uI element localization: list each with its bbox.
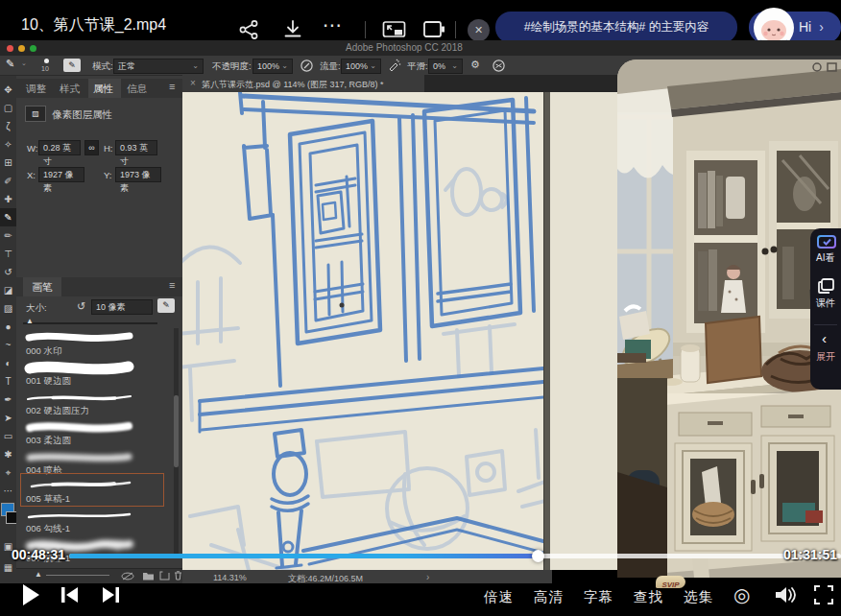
more-tools[interactable]: ⋯ — [0, 482, 16, 500]
canvas[interactable] — [182, 92, 543, 570]
pressure-size-icon[interactable] — [492, 59, 506, 73]
settings-icon[interactable]: ◎ — [733, 583, 750, 606]
gradient-tool[interactable]: ▨ — [0, 299, 16, 318]
subtitles-button[interactable]: 字幕 — [584, 588, 613, 606]
reference-window-controls[interactable] — [812, 61, 839, 73]
reference-image-window[interactable] — [617, 59, 841, 578]
share-icon[interactable] — [238, 19, 259, 40]
more-icon[interactable]: ⋯ — [323, 13, 342, 36]
h-field[interactable]: 0.93 英寸 — [115, 140, 157, 155]
brush-preview-dot[interactable] — [44, 59, 49, 63]
history-brush-tool[interactable]: ↺ — [0, 263, 16, 281]
pressure-opacity-icon[interactable] — [300, 59, 314, 73]
canvas-sketch — [182, 92, 543, 570]
brush-size-field[interactable]: 10 像素 — [91, 299, 153, 315]
tab-styles[interactable]: 样式 — [60, 83, 80, 96]
folder-icon[interactable] — [142, 571, 155, 580]
brush-name: 006 勾线-1 — [26, 523, 70, 535]
path-select-tool[interactable]: ➤ — [0, 409, 16, 427]
reset-icon[interactable]: ↺ — [77, 300, 85, 313]
y-field[interactable]: 1973 像素 — [115, 167, 161, 182]
footer-slider-thumb[interactable]: ▲ — [35, 570, 42, 579]
healing-tool[interactable]: ✚ — [0, 190, 16, 208]
zoom-tool[interactable]: ⌖ — [0, 463, 16, 482]
expand-button[interactable]: ‹ 展开 — [810, 330, 841, 372]
brush-tool-selected[interactable]: ✎ — [0, 208, 16, 226]
preview-eye-icon[interactable] — [121, 572, 134, 580]
speed-button[interactable]: 倍速 — [484, 588, 514, 606]
brush-size-slider[interactable] — [23, 322, 157, 324]
panel-menu-icon[interactable]: ≡ — [169, 81, 175, 92]
brush-panel-tab[interactable]: 画笔 — [23, 277, 61, 296]
window-close-light[interactable] — [7, 45, 13, 52]
toggle-brush-panel-icon[interactable]: ✎ — [63, 59, 81, 72]
episodes-button[interactable]: 选集 — [684, 588, 713, 606]
link-dimensions-icon[interactable]: ∞ — [84, 140, 99, 155]
ai-watch-button[interactable]: AI看 — [810, 234, 841, 274]
w-field[interactable]: 0.28 英寸 — [38, 140, 81, 155]
new-brush-icon[interactable] — [159, 571, 170, 580]
trash-icon[interactable] — [174, 571, 182, 580]
eraser-tool[interactable]: ◪ — [0, 281, 16, 299]
type-tool[interactable]: T — [0, 372, 16, 391]
close-button[interactable]: ✕ — [468, 19, 490, 41]
fullscreen-icon[interactable] — [814, 585, 833, 604]
clone-stamp-tool[interactable]: ⊤ — [0, 245, 16, 263]
dodge-tool[interactable]: ◐ — [0, 354, 16, 372]
download-icon[interactable] — [282, 19, 303, 40]
pip-icon[interactable] — [382, 19, 407, 40]
ps-app-title: Adobe Photoshop CC 2018 — [346, 42, 463, 53]
find-button[interactable]: 查找 — [634, 588, 663, 606]
marquee-tool[interactable]: ▢ — [0, 99, 16, 117]
brush-list: 000 水印 001 硬边圆 002 硬边圆压力 003 柔边圆 004 喷枪 … — [16, 328, 173, 566]
x-field[interactable]: 1927 像素 — [38, 167, 84, 182]
scrollbar-thumb[interactable] — [174, 395, 179, 467]
brush-tool-icon[interactable]: ✎ — [6, 58, 14, 70]
tab-close-icon[interactable]: × — [190, 78, 196, 88]
volume-icon[interactable] — [774, 585, 797, 604]
shape-tool[interactable]: ▭ — [0, 427, 16, 445]
hand-tool[interactable]: ✱ — [0, 445, 16, 463]
blur-tool[interactable]: ● — [0, 318, 16, 336]
slider-thumb[interactable]: ▲ — [26, 317, 34, 325]
flow-field[interactable]: 100% ⌄ — [341, 59, 381, 74]
gear-icon[interactable]: ⚙ — [470, 59, 480, 71]
progress-handle[interactable] — [532, 550, 544, 562]
crop-tool[interactable]: ⊞ — [0, 154, 16, 172]
lasso-tool[interactable]: ζ — [0, 117, 16, 135]
status-expand-icon[interactable]: › — [426, 572, 429, 582]
tab-info[interactable]: 信息 — [127, 83, 147, 96]
document-tab-title: 第八节课示范.psd @ 114% (图层 317, RGB/8) * — [202, 79, 384, 91]
footer-slider-track[interactable] — [46, 575, 109, 576]
smudge-tool[interactable]: ~ — [0, 336, 16, 354]
tab-adjustments[interactable]: 调整 — [26, 83, 46, 96]
play-button[interactable] — [21, 583, 40, 606]
smoothing-field[interactable]: 0% ⌄ — [428, 59, 463, 74]
courseware-button[interactable]: 课件 — [810, 278, 841, 320]
opacity-field[interactable]: 100% ⌄ — [252, 59, 293, 74]
previous-button[interactable] — [60, 585, 83, 604]
topic-pill[interactable]: #绘制场景的基本结构# 的主要内容 — [495, 12, 737, 43]
window-minimize-light[interactable] — [18, 45, 25, 52]
mode-select[interactable]: 正常 ⌄ — [113, 59, 204, 74]
brush-name: 003 柔边圆 — [26, 435, 71, 447]
side-panel-divider — [814, 324, 837, 325]
airbrush-icon[interactable] — [387, 59, 401, 73]
quality-button[interactable]: 高清 — [534, 588, 564, 606]
eyedropper-tool[interactable]: ✐ — [0, 172, 16, 190]
h-label: H: — [104, 143, 113, 154]
toggle-brush-panel-icon[interactable]: ✎ — [157, 298, 175, 313]
chevron-left-icon: ‹ — [822, 330, 827, 346]
pen-tool[interactable]: ✒ — [0, 391, 16, 409]
mini-player-icon[interactable] — [422, 19, 445, 40]
panel-menu-icon[interactable]: ≡ — [169, 279, 175, 291]
window-zoom-light[interactable] — [30, 45, 36, 52]
current-time: 00:48:31 — [12, 547, 65, 562]
zoom-level[interactable]: 114.31% — [213, 573, 247, 582]
next-button[interactable] — [98, 585, 121, 604]
pencil-tool[interactable]: ✏ — [0, 226, 16, 245]
brush-list-scrollbar[interactable] — [174, 328, 179, 555]
document-tab[interactable]: × 第八节课示范.psd @ 114% (图层 317, RGB/8) * — [182, 75, 424, 92]
quick-select-tool[interactable]: ✧ — [0, 135, 16, 154]
move-tool[interactable]: ✥ — [0, 81, 16, 99]
